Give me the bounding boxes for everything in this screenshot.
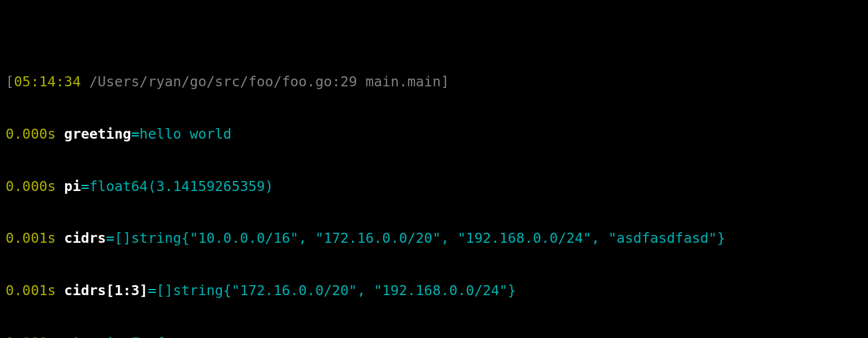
var-name: pi [64, 178, 81, 194]
equals-sign: = [148, 282, 156, 298]
struct-open: main.Foo{ [90, 335, 165, 338]
var-name: cidrs [64, 230, 106, 246]
equals-sign: = [81, 335, 89, 338]
timestamp: 0.000s [6, 126, 64, 142]
bracket-open: [ [6, 74, 14, 90]
var-name: cidrs[1:3] [64, 282, 148, 298]
timestamp: 0.001s [6, 230, 64, 246]
timestamp: 0.001s [6, 335, 64, 338]
var-name: mt [64, 335, 81, 338]
header-time: 05:14:34 [14, 74, 81, 90]
var-value: []string{"172.16.0.0/20", "192.168.0.0/2… [156, 282, 516, 298]
equals-sign: = [81, 178, 89, 194]
log-line-cidrs: 0.001s cidrs=[]string{"10.0.0.0/16", "17… [6, 229, 862, 247]
log-header: [05:14:34 /Users/ryan/go/src/foo/foo.go:… [6, 73, 862, 90]
log-line-cidrs-slice: 0.001s cidrs[1:3]=[]string{"172.16.0.0/2… [6, 282, 862, 299]
bracket-close: ] [441, 74, 449, 90]
equals-sign: = [106, 230, 115, 246]
header-path: /Users/ryan/go/src/foo/foo.go:29 main.ma… [81, 74, 440, 90]
log-line-pi: 0.000s pi=float64(3.14159265359) [6, 178, 862, 195]
timestamp: 0.000s [6, 178, 64, 194]
timestamp: 0.001s [6, 282, 64, 298]
var-value: []string{"10.0.0.0/16", "172.16.0.0/20",… [115, 230, 726, 246]
equals-sign: = [131, 126, 140, 142]
log-line-greeting: 0.000s greeting=hello world [6, 125, 862, 143]
var-name: greeting [64, 126, 131, 142]
var-value: float64(3.14159265359) [90, 178, 274, 194]
var-value: hello world [140, 126, 232, 142]
log-line-mt-open: 0.001s mt=main.Foo{ [6, 334, 862, 338]
